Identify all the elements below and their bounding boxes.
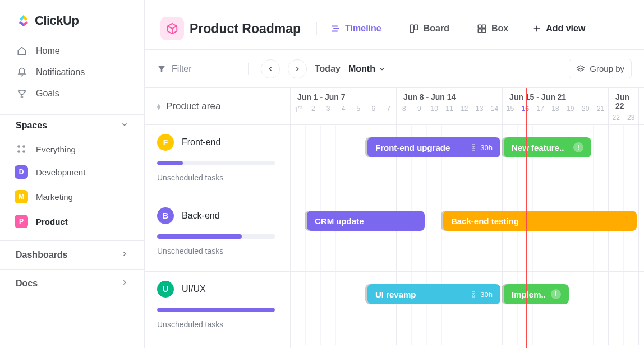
main-nav: Home Notifications Goals bbox=[0, 38, 144, 114]
left-col-header[interactable]: ▴▾ Product area bbox=[145, 88, 290, 125]
filter-button[interactable]: Filter bbox=[157, 64, 236, 74]
today-button[interactable]: Today bbox=[315, 64, 341, 74]
space-badge: D bbox=[15, 165, 28, 179]
task-bar[interactable]: CRM update bbox=[307, 211, 425, 231]
toolbar: Filter Today Month Group by bbox=[145, 49, 644, 88]
chevron-down-icon bbox=[379, 66, 385, 72]
group-progress bbox=[157, 234, 275, 239]
task-bar[interactable]: New feature..! bbox=[504, 137, 591, 157]
space-badge: P bbox=[15, 215, 28, 228]
grid-row: CRM updateBack-end testing bbox=[291, 198, 644, 272]
task-label: Front-end upgrade bbox=[375, 143, 450, 152]
sidebar: ClickUp Home Notifications Goals bbox=[0, 0, 145, 348]
svg-rect-4 bbox=[410, 25, 413, 33]
nav-label: Notifications bbox=[36, 67, 85, 77]
board-icon bbox=[409, 24, 419, 34]
day-cell: 2 bbox=[306, 105, 321, 124]
space-item-product[interactable]: PProduct bbox=[9, 209, 135, 234]
day-cell: 12 bbox=[457, 105, 472, 124]
next-button[interactable] bbox=[288, 59, 307, 78]
task-label: Back-end testing bbox=[451, 216, 519, 226]
day-cell: 22 bbox=[609, 114, 624, 124]
hourglass-icon bbox=[470, 291, 477, 298]
group-row[interactable]: B Back-end Unscheduled tasks bbox=[145, 198, 290, 272]
spaces-header[interactable]: Spaces bbox=[0, 114, 144, 136]
nav-label: Home bbox=[36, 46, 60, 56]
view-box[interactable]: Box bbox=[473, 20, 512, 37]
timeline-icon bbox=[330, 24, 341, 34]
grid-row: Front-end upgrade30hNew feature..! bbox=[291, 125, 644, 198]
today-indicator bbox=[526, 88, 527, 348]
space-item-development[interactable]: DDevelopment bbox=[9, 160, 135, 184]
space-label: Development bbox=[36, 168, 85, 177]
day-cell: 6 bbox=[366, 105, 381, 124]
svg-point-2 bbox=[18, 151, 20, 152]
group-row[interactable]: F Front-end Unscheduled tasks bbox=[145, 125, 290, 198]
everything-item[interactable]: Everything bbox=[9, 138, 135, 160]
everything-icon bbox=[15, 144, 28, 154]
group-row[interactable]: U UI/UX Unscheduled tasks bbox=[145, 272, 290, 345]
group-badge: F bbox=[157, 134, 174, 151]
space-item-marketing[interactable]: MMarketing bbox=[9, 184, 135, 209]
day-cell: 13 bbox=[472, 105, 487, 124]
task-bar[interactable]: UI revamp30h bbox=[367, 284, 500, 304]
prev-button[interactable] bbox=[261, 59, 280, 78]
view-board[interactable]: Board bbox=[406, 20, 453, 37]
add-view-button[interactable]: Add view bbox=[532, 24, 585, 34]
week-label: Jun 22 bbox=[609, 88, 638, 110]
range-button[interactable]: Month bbox=[348, 64, 385, 74]
grid-header: Jun 1 - Jun 71st234567Jun 8 - Jun 148910… bbox=[291, 88, 644, 125]
group-name: Back-end bbox=[182, 211, 220, 221]
logo[interactable]: ClickUp bbox=[0, 0, 144, 38]
day-cell: 18 bbox=[548, 105, 563, 124]
unscheduled-label[interactable]: Unscheduled tasks bbox=[157, 247, 278, 256]
day-cell: 10 bbox=[427, 105, 442, 124]
hourglass-icon bbox=[470, 144, 477, 151]
task-bar[interactable]: Back-end testing bbox=[443, 211, 637, 231]
week-column: Jun 222223 bbox=[609, 88, 639, 124]
svg-rect-9 bbox=[482, 29, 486, 33]
nav-home[interactable]: Home bbox=[9, 40, 135, 62]
view-timeline[interactable]: Timeline bbox=[327, 20, 385, 37]
nav-goals[interactable]: Goals bbox=[9, 83, 135, 104]
bell-icon bbox=[17, 67, 27, 77]
group-by-button[interactable]: Group by bbox=[569, 59, 632, 78]
day-cell: 21 bbox=[593, 105, 608, 124]
group-name: UI/UX bbox=[182, 284, 206, 294]
topbar: Product Roadmap Timeline Board Box Add v… bbox=[145, 0, 644, 49]
clickup-logo-icon bbox=[17, 14, 30, 27]
timeline-grid[interactable]: Jun 1 - Jun 71st234567Jun 8 - Jun 148910… bbox=[291, 88, 644, 348]
day-cell: 14 bbox=[487, 105, 502, 124]
day-cell: 3 bbox=[321, 105, 336, 124]
day-cell: 15 bbox=[503, 105, 518, 124]
unscheduled-label[interactable]: Unscheduled tasks bbox=[157, 173, 278, 182]
task-bar[interactable]: Implem..! bbox=[504, 284, 569, 304]
week-label: Jun 1 - Jun 7 bbox=[291, 88, 396, 101]
unscheduled-label[interactable]: Unscheduled tasks bbox=[157, 320, 278, 329]
chevron-right-icon bbox=[121, 250, 128, 260]
docs-row[interactable]: Docs bbox=[0, 269, 144, 298]
week-column: Jun 8 - Jun 14891011121314 bbox=[397, 88, 503, 124]
task-bar[interactable]: Front-end upgrade30h bbox=[367, 137, 500, 157]
space-label: Product bbox=[36, 217, 68, 226]
nav-label: Goals bbox=[36, 89, 59, 99]
grid-body: Front-end upgrade30hNew feature..!CRM up… bbox=[291, 125, 644, 345]
group-badge: B bbox=[157, 207, 174, 224]
svg-rect-8 bbox=[478, 29, 481, 33]
day-cell: 11 bbox=[442, 105, 457, 124]
main-area: Product Roadmap Timeline Board Box Add v… bbox=[145, 0, 644, 348]
nav-notifications[interactable]: Notifications bbox=[9, 62, 135, 83]
spaces-list: Everything DDevelopmentMMarketingPProduc… bbox=[0, 136, 144, 240]
week-column: Jun 15 - Jun 2115161718192021 bbox=[503, 88, 609, 124]
space-label: Marketing bbox=[36, 192, 73, 202]
day-cell: 19 bbox=[563, 105, 578, 124]
group-progress bbox=[157, 161, 275, 165]
page-icon[interactable] bbox=[160, 17, 184, 40]
week-label: Jun 8 - Jun 14 bbox=[397, 88, 502, 101]
home-icon bbox=[17, 46, 27, 56]
plus-icon bbox=[532, 24, 541, 33]
dashboards-row[interactable]: Dashboards bbox=[0, 240, 144, 269]
timeline: ▴▾ Product area F Front-end Unscheduled … bbox=[145, 88, 644, 348]
task-label: UI revamp bbox=[375, 290, 416, 299]
page-title: Product Roadmap bbox=[190, 21, 301, 36]
